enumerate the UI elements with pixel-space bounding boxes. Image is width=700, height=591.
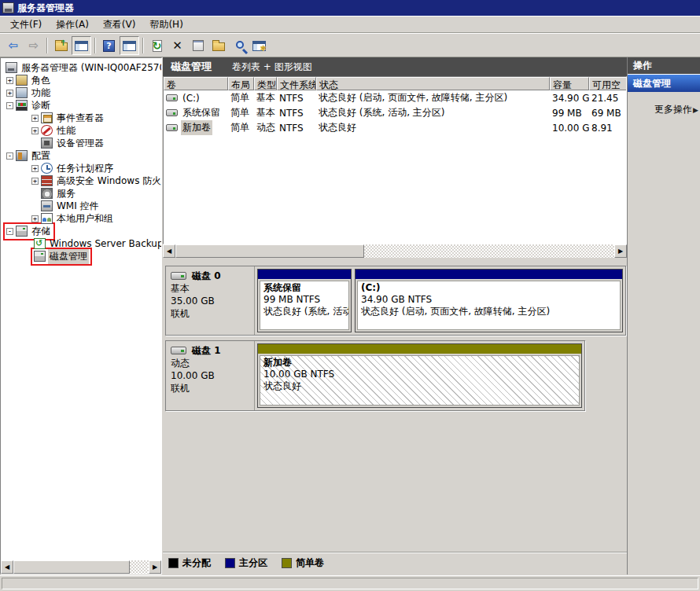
menu-item[interactable]: 帮助(H) [142, 16, 190, 34]
storage-icon [16, 226, 28, 237]
refresh-glyph: ↻ [153, 40, 162, 51]
volume-list-horizontal-scrollbar[interactable]: ◀ ▶ [163, 244, 627, 258]
partition-body: (C:)34.90 GB NTFS状态良好 (启动, 页面文件, 故障转储, 主… [357, 281, 621, 330]
tree-expander[interactable]: - [6, 228, 13, 235]
up-one-level-button[interactable] [51, 36, 71, 55]
column-header-布局[interactable]: 布局 [228, 77, 254, 90]
properties-button[interactable] [188, 36, 208, 55]
column-header-状态[interactable]: 状态 [316, 77, 550, 90]
app-icon [2, 2, 14, 13]
partition-size: 99 MB NTFS [263, 294, 345, 306]
more-actions-button[interactable]: 更多操作 ▶ [628, 101, 700, 118]
partition-name: 新加卷 [263, 357, 576, 369]
volume-label: (C:) [181, 92, 201, 105]
help-button[interactable]: ? [99, 36, 119, 55]
scroll-left-button[interactable]: ◀ [1, 560, 13, 574]
panel-header: 磁盘管理 卷列表 + 图形视图 [163, 57, 627, 76]
volume-row[interactable]: 系统保留简单基本NTFS状态良好 (系统, 活动, 主分区)99 MB69 MB [164, 105, 626, 120]
refresh-button[interactable]: ↻ [147, 36, 167, 55]
console-tree-icon [75, 41, 88, 51]
tree-expander[interactable]: + [31, 165, 39, 172]
find-button[interactable] [229, 36, 249, 55]
volume-cell: NTFS [277, 123, 316, 134]
tree-expander[interactable]: + [31, 115, 39, 122]
scroll-right-button[interactable]: ▶ [614, 244, 627, 258]
scrollbar-thumb[interactable] [175, 244, 364, 258]
open-folder-button[interactable] [208, 36, 228, 55]
disk-name: 磁盘 0 [192, 270, 221, 282]
legend-label: 未分配 [182, 556, 211, 570]
taskpad-button[interactable]: ✱ [249, 36, 269, 55]
partition-colorbar [258, 270, 351, 279]
volume-cell: 状态良好 [316, 121, 550, 134]
column-header-卷[interactable]: 卷 [164, 77, 228, 90]
partition-新加卷[interactable]: 新加卷10.00 GB NTFS状态良好 [257, 343, 582, 408]
volume-cell: 状态良好 (启动, 页面文件, 故障转储, 主分区) [316, 91, 550, 105]
tree-horizontal-scrollbar[interactable]: ◀ ▶ [1, 560, 161, 574]
disk-info[interactable]: 磁盘 0基本35.00 GB联机 [166, 266, 255, 335]
volume-cell: NTFS [277, 93, 316, 104]
tree-item-firewall[interactable]: +高级安全 Windows 防火墙 [1, 174, 161, 187]
new-taskpad-icon: ✱ [252, 41, 266, 51]
partition-(C:)[interactable]: (C:)34.90 GB NTFS状态良好 (启动, 页面文件, 故障转储, 主… [355, 269, 623, 332]
volume-cell: 10.00 GB [550, 123, 589, 134]
disk-status: 联机 [171, 382, 249, 395]
partition-系统保留[interactable]: 系统保留99 MB NTFS状态良好 (系统, 活动, [257, 269, 352, 332]
status-bar [0, 575, 700, 591]
toolbar-separator [94, 38, 96, 53]
backup-icon [34, 238, 46, 249]
graphical-view: 未分配主分区简单卷 磁盘 0基本35.00 GB联机系统保留99 MB NTFS… [163, 258, 627, 574]
menu-item[interactable]: 文件(F) [3, 16, 49, 34]
volume-icon [166, 94, 178, 101]
tree-expander[interactable]: - [6, 152, 13, 160]
tree-expander[interactable]: + [6, 77, 13, 84]
column-header-可用空[interactable]: 可用空 [589, 77, 627, 90]
back-button[interactable]: ⇦ [3, 36, 23, 55]
wmi-control-icon [41, 200, 53, 211]
column-header-容量[interactable]: 容量 [550, 77, 589, 90]
scroll-left-button[interactable]: ◀ [163, 244, 175, 258]
tree-expander[interactable]: + [31, 215, 39, 222]
disk-band-1: 磁盘 1动态10.00 GB联机新加卷10.00 GB NTFS状态良好 [165, 340, 585, 411]
volume-cell: NTFS [277, 108, 316, 119]
volume-cell: 简单 [228, 121, 254, 134]
tree-item-label: 本地用户和组 [55, 211, 115, 226]
actions-section-disk-management[interactable]: 磁盘管理 [628, 75, 700, 92]
disk-title: 磁盘 0 [171, 270, 249, 282]
partition-body: 新加卷10.00 GB NTFS状态良好 [260, 355, 580, 406]
disk-info[interactable]: 磁盘 1动态10.00 GB联机 [166, 341, 255, 410]
scrollbar-track[interactable] [175, 244, 614, 258]
scroll-right-button[interactable]: ▶ [149, 560, 161, 574]
menu-item[interactable]: 操作(A) [49, 16, 96, 34]
column-header-文件系统[interactable]: 文件系统 [277, 77, 316, 90]
forward-button[interactable]: ⇨ [24, 36, 43, 55]
legend-item-未分配: 未分配 [168, 556, 211, 570]
tree-expander[interactable]: - [6, 102, 13, 109]
volume-row[interactable]: (C:)简单基本NTFS状态良好 (启动, 页面文件, 故障转储, 主分区)34… [164, 90, 626, 105]
show-console-tree-button[interactable] [72, 36, 91, 55]
volume-cell: 69 MB [589, 108, 627, 119]
performance-icon [41, 125, 53, 136]
event-viewer-icon [41, 112, 53, 123]
tree-expander[interactable]: + [31, 127, 39, 134]
help-icon: ? [103, 40, 115, 52]
partition-size: 10.00 GB NTFS [263, 369, 576, 380]
partition-name: 系统保留 [263, 282, 345, 294]
tree-expander[interactable]: + [31, 178, 39, 185]
partition-colorbar [258, 344, 581, 354]
tree-item-disk-management[interactable]: 磁盘管理 [1, 250, 161, 262]
tree-expander[interactable]: + [6, 90, 13, 97]
scrollbar-track[interactable] [13, 560, 149, 574]
volume-row[interactable]: 新加卷简单动态NTFS状态良好10.00 GB8.91 [164, 120, 626, 135]
menu-item[interactable]: 查看(V) [96, 16, 143, 34]
volume-cell: 状态良好 (系统, 活动, 主分区) [316, 106, 550, 119]
volume-list-header: 卷布局类型文件系统状态容量可用空 [164, 77, 626, 90]
volume-cell: 系统保留 [164, 105, 228, 120]
column-header-类型[interactable]: 类型 [254, 77, 277, 90]
scrollbar-thumb[interactable] [13, 560, 130, 574]
partitions: 新加卷10.00 GB NTFS状态良好 [255, 341, 584, 410]
tree-item-features[interactable]: +功能 [1, 86, 161, 99]
disk-icon [171, 272, 186, 280]
delete-button[interactable]: ✕ [168, 36, 187, 55]
show-action-pane-button[interactable] [120, 36, 139, 55]
